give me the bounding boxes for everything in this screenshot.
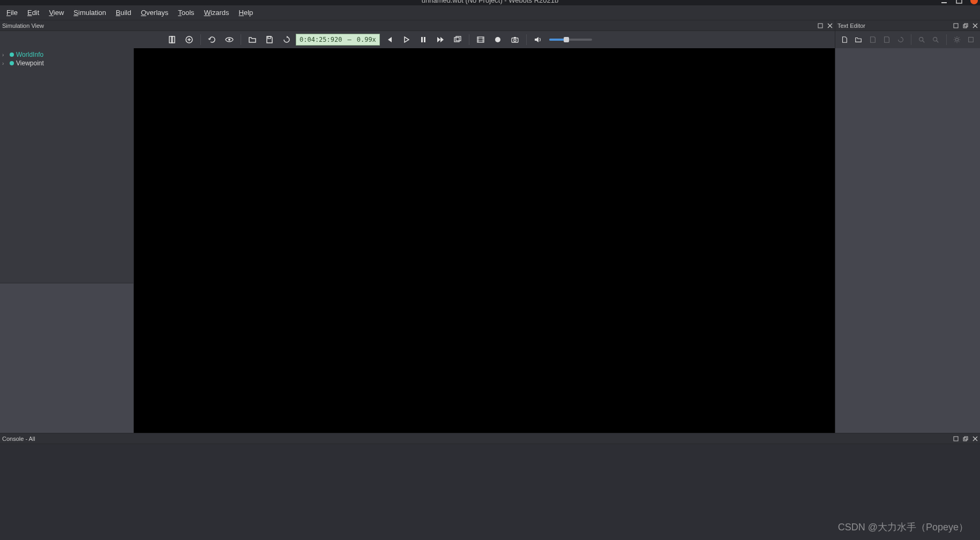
menu-edit[interactable]: Edit — [23, 6, 43, 19]
svg-point-20 — [919, 38, 923, 41]
minimize-icon[interactable] — [940, 0, 948, 4]
menu-overlays[interactable]: Overlays — [137, 6, 173, 19]
svg-rect-7 — [268, 36, 271, 39]
svg-point-21 — [933, 38, 937, 41]
console-body[interactable] — [0, 444, 980, 540]
tree-node-viewpoint[interactable]: › Viewpoint — [0, 59, 133, 68]
text-editor-header: Text Editor — [835, 20, 980, 31]
add-node-icon[interactable] — [164, 32, 180, 47]
panel-maximize-icon[interactable] — [818, 23, 823, 28]
plus-icon[interactable] — [181, 32, 197, 47]
svg-rect-24 — [954, 437, 958, 441]
tree-node-label: WorldInfo — [16, 51, 43, 58]
search-replace-icon — [930, 32, 941, 47]
step-back-icon[interactable] — [381, 32, 397, 47]
menu-wizards[interactable]: Wizards — [200, 6, 234, 19]
svg-rect-25 — [963, 438, 967, 441]
simulation-toolbar: 0:04:25:920 – 0.99x — [0, 31, 835, 48]
svg-rect-11 — [456, 36, 461, 41]
svg-point-13 — [495, 37, 500, 42]
tree-node-label: Viewpoint — [16, 59, 44, 67]
movie-icon[interactable] — [473, 32, 489, 47]
text-editor-toolbar — [835, 31, 980, 48]
panel-close-icon[interactable] — [972, 436, 978, 441]
panel-close-icon[interactable] — [972, 23, 978, 28]
svg-rect-17 — [954, 24, 958, 28]
reload-icon[interactable] — [279, 32, 295, 47]
svg-rect-4 — [171, 36, 175, 43]
open-folder-icon[interactable] — [244, 32, 260, 47]
eye-icon[interactable] — [221, 32, 237, 47]
menu-view[interactable]: View — [44, 6, 68, 19]
refresh-icon[interactable] — [204, 32, 220, 47]
panel-float-icon[interactable] — [953, 23, 959, 28]
svg-rect-1 — [956, 0, 962, 3]
menu-help[interactable]: Help — [235, 6, 258, 19]
build-icon — [965, 32, 977, 47]
screenshot-icon[interactable] — [507, 32, 523, 47]
elapsed-time: 0:04:25:920 — [300, 36, 342, 43]
scene-tree-detail — [0, 283, 133, 433]
panel-restore-icon[interactable] — [963, 436, 968, 441]
gear-icon — [951, 32, 962, 47]
open-file-icon[interactable] — [852, 32, 864, 47]
3d-viewport[interactable] — [134, 48, 835, 433]
svg-rect-19 — [964, 24, 968, 27]
save-icon[interactable] — [261, 32, 278, 47]
svg-rect-8 — [421, 37, 423, 42]
speed-factor: 0.99x — [357, 36, 376, 43]
window-controls — [940, 0, 978, 4]
svg-point-15 — [514, 39, 516, 41]
menu-file[interactable]: File — [2, 6, 22, 19]
svg-point-6 — [228, 39, 230, 41]
svg-rect-2 — [818, 24, 822, 28]
chevron-right-icon[interactable]: › — [2, 52, 8, 58]
search-icon — [916, 32, 927, 47]
volume-slider[interactable] — [549, 39, 592, 41]
menu-simulation[interactable]: Simulation — [69, 6, 110, 19]
panel-close-icon[interactable] — [827, 23, 833, 28]
node-dot-icon — [10, 52, 14, 57]
title-bar: unnamed.wbt (No Project) - Webots R2021b — [0, 0, 980, 5]
text-editor-title: Text Editor — [837, 22, 865, 29]
window-title: unnamed.wbt (No Project) - Webots R2021b — [422, 0, 559, 4]
play-icon[interactable] — [398, 32, 414, 47]
svg-rect-0 — [941, 2, 947, 3]
svg-rect-18 — [963, 25, 967, 28]
tree-node-worldinfo[interactable]: › WorldInfo — [0, 50, 133, 59]
save-all-icon — [881, 32, 893, 47]
text-editor-body[interactable] — [835, 48, 980, 433]
simulation-view-title: Simulation View — [2, 22, 44, 29]
scene-tree-panel: › WorldInfo › Viewpoint — [0, 48, 134, 433]
fast-forward-icon[interactable] — [432, 32, 448, 47]
new-file-icon[interactable] — [839, 32, 850, 47]
svg-rect-23 — [968, 38, 973, 42]
svg-rect-9 — [424, 37, 425, 42]
revert-icon — [895, 32, 907, 47]
console-title: Console - All — [2, 436, 35, 442]
realtime-icon[interactable] — [450, 32, 466, 47]
node-dot-icon — [10, 61, 14, 65]
menu-tools[interactable]: Tools — [174, 6, 198, 19]
pause-icon[interactable] — [415, 32, 431, 47]
maximize-icon[interactable] — [955, 0, 963, 4]
svg-rect-3 — [169, 36, 173, 43]
svg-rect-26 — [964, 437, 968, 440]
svg-point-22 — [955, 38, 958, 41]
menu-bar: File Edit View Simulation Build Overlays… — [0, 5, 980, 20]
panel-float-icon[interactable] — [953, 436, 959, 441]
chevron-right-icon[interactable]: › — [2, 61, 8, 66]
time-display: 0:04:25:920 – 0.99x — [296, 34, 380, 46]
record-icon[interactable] — [490, 32, 506, 47]
svg-rect-16 — [514, 37, 516, 38]
close-icon[interactable] — [970, 0, 978, 4]
menu-build[interactable]: Build — [111, 6, 136, 19]
save-file-icon — [866, 32, 878, 47]
volume-icon[interactable] — [530, 32, 546, 47]
panel-restore-icon[interactable] — [963, 23, 968, 28]
console-panel: Console - All — [0, 433, 980, 540]
svg-rect-10 — [454, 38, 459, 42]
console-header: Console - All — [0, 433, 980, 444]
time-separator: – — [347, 36, 351, 43]
simulation-view-header: Simulation View — [0, 20, 835, 31]
